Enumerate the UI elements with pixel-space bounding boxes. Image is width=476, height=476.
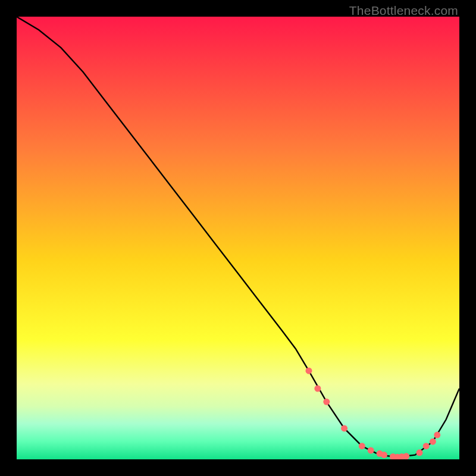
- curve-dot: [314, 386, 321, 392]
- heat-background: [17, 17, 459, 459]
- curve-dot: [403, 453, 409, 459]
- bottleneck-chart: [17, 17, 459, 459]
- curve-dot: [306, 368, 312, 374]
- plot-frame: [17, 17, 459, 459]
- curve-dot: [368, 447, 374, 454]
- curve-dot: [423, 443, 430, 449]
- watermark-text: TheBottleneck.com: [349, 4, 458, 18]
- curve-dot: [430, 439, 436, 445]
- curve-dot: [381, 452, 387, 458]
- curve-dot: [341, 425, 347, 431]
- curve-dot: [416, 449, 423, 456]
- curve-dot: [323, 399, 330, 405]
- curve-dot: [434, 432, 440, 439]
- curve-dot: [359, 443, 365, 449]
